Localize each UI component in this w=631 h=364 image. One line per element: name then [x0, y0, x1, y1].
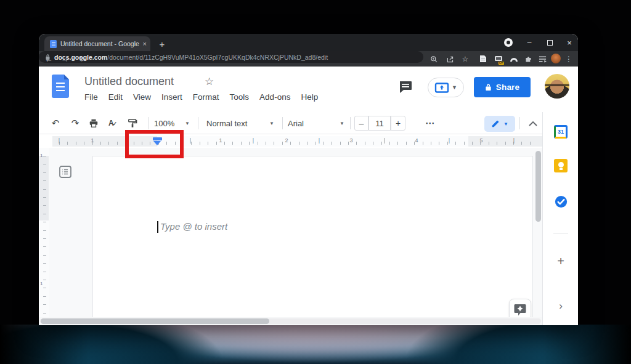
- present-button[interactable]: ▼: [428, 78, 464, 97]
- editing-mode-button[interactable]: ▼: [484, 116, 515, 132]
- menu-item[interactable]: Help: [301, 92, 318, 105]
- url-omnibox[interactable]: docs.google.com/document/d/11zCgH9VuMP41…: [39, 51, 423, 63]
- zoom-icon[interactable]: [429, 54, 439, 64]
- docs-favicon-icon: [50, 40, 57, 48]
- share-button[interactable]: Share: [474, 77, 531, 97]
- tab-close-icon[interactable]: ×: [143, 40, 147, 47]
- tab-title: Untitled document - Google Doc: [60, 40, 140, 47]
- horizontal-scrollbar-thumb[interactable]: [41, 318, 269, 324]
- new-tab-button[interactable]: +: [156, 38, 168, 50]
- vertical-ruler-mark: 1: [40, 281, 43, 286]
- font-size-value[interactable]: 11: [368, 116, 391, 131]
- google-calendar-icon[interactable]: 31: [554, 125, 568, 139]
- extension-arc-icon[interactable]: [508, 54, 519, 64]
- bookmark-star-icon[interactable]: ☆: [460, 54, 470, 64]
- text-cursor: [157, 221, 158, 233]
- google-keep-icon[interactable]: [554, 159, 568, 172]
- placeholder-text: Type @ to insert: [160, 221, 227, 232]
- menu-item[interactable]: Insert: [161, 92, 182, 105]
- ruler-mark: 1: [91, 137, 94, 144]
- back-button[interactable]: ←: [43, 53, 55, 65]
- zoom-select[interactable]: 100%▼: [154, 116, 190, 130]
- bottom-strip: [39, 317, 542, 325]
- menu-item[interactable]: File: [84, 92, 98, 105]
- user-avatar[interactable]: [545, 74, 569, 99]
- share-label: Share: [496, 83, 520, 92]
- ruler-mark: 4: [415, 137, 418, 144]
- font-size-control: – 11 +: [354, 116, 405, 131]
- increase-font-size-button[interactable]: +: [391, 116, 405, 131]
- desktop-wallpaper: [0, 325, 631, 364]
- ruler-mark: |: [253, 137, 254, 144]
- docs-toolbar: ↶ ↷ A✓ 100%▼ Normal text▼ Arial▼: [39, 112, 578, 134]
- forward-button[interactable]: →: [59, 53, 71, 65]
- extension-screen-off-icon[interactable]: Off: [493, 54, 503, 64]
- record-indicator-icon[interactable]: [504, 38, 513, 47]
- more-toolbar-options-button[interactable]: ⋯: [421, 116, 439, 130]
- ruler-mark: |: [449, 137, 450, 144]
- ruler-mark: |: [59, 137, 60, 144]
- ruler-mark: |: [384, 137, 385, 144]
- vertical-ruler[interactable]: 11: [39, 148, 49, 317]
- comment-history-icon[interactable]: [398, 80, 414, 95]
- hide-menus-button[interactable]: [526, 116, 540, 130]
- paint-format-button[interactable]: [125, 116, 140, 130]
- reload-button[interactable]: ↻: [75, 53, 88, 65]
- browser-window: Untitled document - Google Doc × + – × ←…: [39, 34, 578, 325]
- present-icon: [434, 83, 449, 93]
- window-close-button[interactable]: ×: [563, 36, 576, 49]
- present-caret-icon: ▼: [452, 84, 457, 91]
- print-button[interactable]: [86, 116, 101, 130]
- address-bar: ← → ↻ docs.google.com/document/d/11zCgH9…: [39, 51, 578, 67]
- ruler-mark: 2: [285, 137, 288, 144]
- vertical-ruler-ticks: [43, 156, 46, 316]
- editing-mode-caret-icon: ▼: [503, 121, 508, 127]
- url-path: /document/d/11zCgH9VuMP41oX5GpI7cgUKKqDk…: [107, 54, 328, 61]
- menu-item[interactable]: Add-ons: [259, 92, 290, 105]
- toolbar-separator: [148, 117, 149, 129]
- menu-item[interactable]: Edit: [108, 92, 123, 105]
- pencil-icon: [491, 119, 500, 128]
- google-tasks-icon[interactable]: [553, 194, 568, 209]
- reading-list-icon[interactable]: [537, 54, 548, 64]
- redo-button[interactable]: ↷: [68, 116, 83, 130]
- ruler-mark: |: [513, 137, 515, 144]
- toolbar-separator: [519, 117, 520, 129]
- side-panel-divider: [553, 233, 568, 233]
- vertical-scrollbar[interactable]: [535, 151, 541, 222]
- lock-icon: [485, 83, 492, 91]
- window-maximize-button[interactable]: [543, 36, 556, 49]
- browser-menu-icon[interactable]: ⋮: [564, 53, 574, 65]
- menu-item[interactable]: Tools: [230, 92, 250, 105]
- spellcheck-button[interactable]: A✓: [105, 116, 120, 130]
- window-minimize-button[interactable]: –: [523, 36, 536, 49]
- extension-note-icon[interactable]: [478, 54, 488, 64]
- ruler-row: |1||1|2|3|4|5|: [39, 134, 542, 148]
- paragraph-style-select[interactable]: Normal text▼: [206, 116, 274, 130]
- menu-item[interactable]: View: [133, 92, 151, 105]
- document-title[interactable]: Untitled document: [84, 75, 174, 88]
- ruler-mark: 5: [479, 137, 482, 144]
- hide-side-panel-button[interactable]: ›: [553, 299, 568, 313]
- google-docs-logo-icon[interactable]: [52, 75, 69, 98]
- off-badge: Off: [499, 62, 504, 65]
- menu-bar: FileEditViewInsertFormatToolsAdd-onsHelp: [84, 92, 318, 105]
- star-document-icon[interactable]: ☆: [205, 75, 214, 88]
- share-page-icon[interactable]: [445, 54, 455, 64]
- browser-profile-avatar[interactable]: [551, 54, 561, 63]
- ruler-mark: |: [319, 137, 320, 144]
- browser-tab[interactable]: Untitled document - Google Doc ×: [44, 36, 150, 51]
- document-page[interactable]: Type @ to insert: [92, 156, 533, 317]
- extensions-puzzle-icon[interactable]: [523, 54, 534, 64]
- show-outline-button[interactable]: [57, 164, 73, 180]
- menu-item[interactable]: Format: [193, 92, 219, 105]
- ruler-mark: |: [190, 137, 191, 144]
- undo-button[interactable]: ↶: [48, 116, 63, 130]
- decrease-font-size-button[interactable]: –: [354, 116, 368, 131]
- desktop: Untitled document - Google Doc × + – × ←…: [0, 0, 631, 364]
- document-area: 11 Type @ to insert: [39, 148, 542, 317]
- toolbar-separator: [350, 117, 351, 129]
- get-add-ons-button[interactable]: +: [553, 254, 568, 269]
- font-select[interactable]: Arial▼: [288, 116, 344, 130]
- vertical-ruler-mark: 1: [40, 153, 43, 158]
